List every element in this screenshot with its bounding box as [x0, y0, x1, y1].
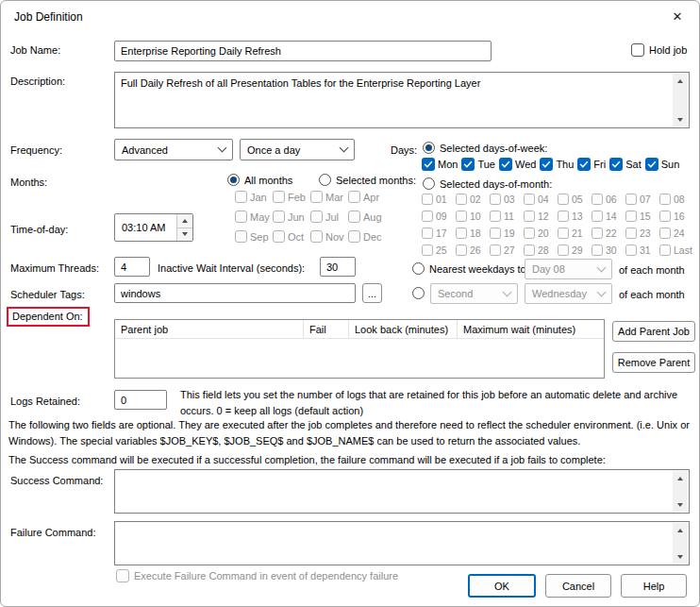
checkbox-icon	[348, 211, 360, 223]
description-textarea[interactable]: Full Daily Refresh of all Presentation T…	[114, 72, 690, 128]
weekday-tue-checkbox[interactable]: Tue	[461, 158, 495, 171]
day-of-month-09-checkbox-label: 09	[436, 211, 447, 222]
checkbox-icon	[310, 211, 323, 223]
nearest-weekdays-label: Nearest weekdays to	[429, 263, 526, 275]
weekday-mon-checkbox[interactable]: Mon	[422, 158, 458, 171]
column-header-fail[interactable]: Fail	[304, 320, 349, 338]
weekday-checkbox-row: MonTueWedThuFriSatSun	[422, 158, 679, 171]
weekday-fri-checkbox[interactable]: Fri	[577, 158, 606, 171]
checkbox-icon	[235, 230, 247, 243]
selected-days-of-month-radio[interactable]: Selected days-of-month:	[423, 177, 552, 190]
checkbox-icon	[625, 211, 637, 222]
weekday-wed-checkbox[interactable]: Wed	[499, 158, 536, 171]
ordinal-weekday-radio[interactable]	[412, 287, 425, 299]
hold-job-label: Hold job	[649, 44, 687, 56]
remove-parent-button[interactable]: Remove Parent	[612, 352, 695, 373]
column-header-parent-job[interactable]: Parent job	[115, 320, 304, 338]
chevron-down-icon	[340, 143, 349, 153]
maximum-threads-input[interactable]	[114, 257, 150, 277]
scroll-down-button[interactable]	[673, 112, 688, 126]
checkbox-checked-icon	[422, 158, 435, 171]
checkbox-checked-icon	[540, 158, 553, 171]
all-months-radio[interactable]: All months	[227, 174, 292, 186]
weekday-mon-checkbox-label: Mon	[438, 159, 458, 170]
day-of-month-05-checkbox-label: 05	[572, 194, 583, 205]
chevron-down-icon	[597, 287, 607, 296]
day-of-month-19-checkbox: 19	[490, 228, 524, 239]
day-of-month-22-checkbox-label: 22	[606, 228, 617, 239]
all-months-label: All months	[244, 175, 292, 186]
day-of-month-27-checkbox: 27	[490, 244, 524, 256]
day-of-month-30-checkbox-label: 30	[606, 244, 617, 256]
nearest-day-dropdown[interactable]: Day 08	[525, 259, 612, 279]
failure-command-scrollbar[interactable]	[673, 523, 688, 564]
month-jan-checkbox: Jan	[235, 191, 273, 203]
help-button[interactable]: Help	[621, 574, 687, 598]
month-aug-checkbox: Aug	[348, 211, 386, 223]
scroll-up-button[interactable]	[673, 74, 688, 88]
selected-months-radio[interactable]: Selected months:	[319, 174, 416, 186]
logs-retained-input[interactable]	[114, 390, 167, 410]
selected-days-of-week-radio[interactable]: Selected days-of-week:	[423, 142, 547, 154]
scheduler-tags-browse-button[interactable]: ...	[362, 283, 382, 303]
execute-failure-command-label: Execute Failure Command in event of depe…	[134, 570, 398, 582]
ok-button[interactable]: OK	[468, 574, 536, 598]
hold-job-checkbox[interactable]: Hold job	[631, 43, 687, 57]
checkbox-icon	[659, 228, 671, 239]
logs-retained-label: Logs Retained:	[10, 396, 80, 407]
checkbox-icon	[456, 194, 467, 205]
weekday-sat-checkbox[interactable]: Sat	[609, 158, 642, 171]
success-command-scrollbar[interactable]	[673, 471, 688, 512]
dependent-on-table[interactable]: Parent job Fail Look back (minutes) Maxi…	[114, 319, 605, 379]
nearest-weekdays-radio[interactable]: Nearest weekdays to	[412, 262, 526, 275]
time-of-day-spinner[interactable]: 03:10 AM	[114, 213, 193, 242]
ordinal-dropdown[interactable]: Second	[430, 283, 518, 304]
checkbox-icon	[235, 191, 247, 203]
day-of-month-09-checkbox: 09	[422, 211, 456, 222]
day-of-month-06-checkbox: 06	[592, 194, 625, 205]
column-header-look-back[interactable]: Look back (minutes)	[349, 320, 458, 338]
checkbox-icon	[116, 569, 129, 582]
spin-up-button[interactable]	[177, 214, 192, 228]
month-may-checkbox-label: May	[250, 211, 270, 223]
titlebar: Job Definition ✕	[1, 1, 699, 33]
weekday-dropdown[interactable]: Wednesday	[525, 283, 612, 304]
spin-down-button[interactable]	[177, 228, 192, 242]
checkbox-icon	[631, 43, 644, 57]
checkbox-icon	[490, 244, 501, 256]
scroll-up-button[interactable]	[673, 523, 688, 537]
weekday-thu-checkbox[interactable]: Thu	[540, 158, 574, 171]
description-scrollbar[interactable]	[673, 74, 688, 126]
month-feb-checkbox: Feb	[273, 191, 310, 203]
month-nov-checkbox: Nov	[310, 230, 348, 243]
arrow-up-icon	[677, 529, 683, 532]
chevron-down-icon	[218, 143, 227, 153]
job-name-label: Job Name:	[10, 44, 60, 56]
checkbox-icon	[348, 191, 360, 203]
day-of-month-30-checkbox: 30	[592, 244, 625, 256]
dependent-on-label-highlight: Dependent On:	[7, 307, 90, 327]
add-parent-job-button[interactable]: Add Parent Job	[612, 321, 695, 342]
cancel-button[interactable]: Cancel	[545, 574, 611, 598]
frequency-type-value: Advanced	[122, 144, 168, 156]
weekday-sun-checkbox[interactable]: Sun	[645, 158, 680, 171]
nearest-day-value: Day 08	[532, 263, 565, 275]
frequency-type-dropdown[interactable]: Advanced	[114, 139, 233, 160]
weekday-tue-checkbox-label: Tue	[477, 159, 495, 170]
success-command-textarea[interactable]	[114, 469, 690, 514]
inactive-wait-input[interactable]	[320, 257, 356, 277]
close-button[interactable]: ✕	[656, 1, 699, 32]
failure-command-textarea[interactable]	[114, 521, 690, 565]
scroll-down-button[interactable]	[673, 497, 688, 512]
day-of-month-15-checkbox-label: 15	[640, 211, 651, 222]
checkbox-icon	[490, 194, 501, 205]
day-of-month-31-checkbox: 31	[625, 244, 659, 256]
frequency-interval-dropdown[interactable]: Once a day	[240, 139, 355, 160]
scroll-up-button[interactable]	[673, 471, 688, 485]
month-jul-checkbox: Jul	[310, 211, 348, 223]
scheduler-tags-input[interactable]	[114, 283, 356, 303]
column-header-maximum-wait[interactable]: Maximum wait (minutes)	[458, 320, 604, 338]
job-name-input[interactable]	[114, 41, 492, 61]
scroll-down-button[interactable]	[673, 549, 688, 564]
month-jun-checkbox-label: Jun	[288, 211, 305, 223]
